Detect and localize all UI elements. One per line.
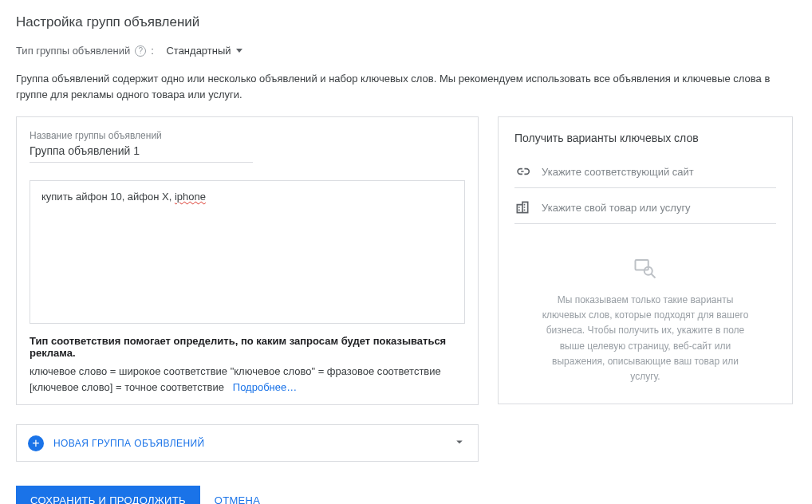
keyword-suggestions-card: Получить варианты ключевых слов Мы показ… [498, 116, 793, 404]
save-and-continue-button[interactable]: СОХРАНИТЬ И ПРОДОЛЖИТЬ [16, 486, 200, 504]
footer-actions: СОХРАНИТЬ И ПРОДОЛЖИТЬ ОТМЕНА [16, 486, 796, 504]
svg-line-2 [652, 274, 656, 278]
product-input-row[interactable] [514, 193, 776, 224]
building-icon [514, 199, 530, 215]
chevron-down-icon [452, 435, 467, 451]
page-description: Группа объявлений содержит одно или неск… [16, 71, 782, 102]
match-type-line2: [ключевое слово] = точное соответствие [30, 381, 224, 393]
adgroup-card: Название группы объявлений Группа объявл… [16, 116, 479, 405]
suggestions-empty-text: Мы показываем только такие варианты ключ… [542, 293, 749, 384]
search-suggestions-icon [633, 256, 657, 278]
cancel-button[interactable]: ОТМЕНА [215, 494, 260, 504]
plus-icon: + [28, 435, 44, 451]
suggestions-empty-state: Мы показываем только такие варианты ключ… [514, 256, 776, 384]
match-type-note: Тип соответствия помогает определить, по… [30, 335, 465, 395]
chevron-down-icon [236, 49, 242, 53]
help-icon[interactable]: ? [135, 45, 146, 57]
new-adgroup-label: НОВАЯ ГРУППА ОБЪЯВЛЕНИЙ [53, 438, 205, 449]
adgroup-type-row: Тип группы объявлений ? : Стандартный [16, 45, 796, 57]
site-input[interactable] [542, 166, 776, 178]
suggestions-title: Получить варианты ключевых слов [514, 132, 776, 144]
adgroup-name-label: Название группы объявлений [30, 130, 465, 141]
page-title: Настройка групп объявлений [16, 14, 796, 30]
match-type-title: Тип соответствия помогает определить, по… [30, 335, 465, 359]
colon: : [151, 45, 154, 57]
adgroup-type-dropdown[interactable]: Стандартный [166, 45, 242, 57]
learn-more-link[interactable]: Подробнее… [233, 381, 297, 393]
new-adgroup-button[interactable]: + НОВАЯ ГРУППА ОБЪЯВЛЕНИЙ [16, 424, 479, 462]
svg-rect-0 [636, 260, 648, 270]
keywords-textarea[interactable]: купить айфон 10, айфон Х, iphone [30, 180, 465, 324]
site-input-row[interactable] [514, 157, 776, 188]
match-type-line1: ключевое слово = широкое соответствие "к… [30, 365, 441, 377]
adgroup-type-label: Тип группы объявлений [16, 45, 130, 57]
product-input[interactable] [542, 202, 776, 214]
link-icon [514, 163, 530, 179]
adgroup-name-input[interactable]: Группа объявлений 1 [30, 144, 253, 163]
keywords-value: купить айфон 10, айфон Х, iphone [41, 191, 206, 203]
adgroup-type-value: Стандартный [166, 45, 231, 57]
